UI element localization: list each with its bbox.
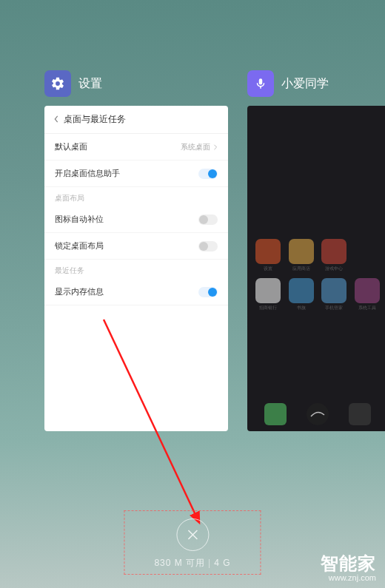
watermark-url: www.znj.com [321, 573, 376, 582]
assistant-orb-icon [307, 403, 329, 425]
row-label: 锁定桌面布局 [55, 240, 104, 251]
row-lock-layout[interactable]: 锁定桌面布局 [44, 233, 228, 260]
annotation-highlight-box: 830 M 可用|4 G [124, 510, 261, 575]
app-cell: 游戏中心 [321, 239, 348, 272]
close-icon [186, 528, 199, 541]
app-cell: 设置 [255, 239, 282, 272]
section-layout-label: 桌面布局 [44, 187, 228, 206]
row-label: 显示内存信息 [55, 286, 104, 297]
settings-preview[interactable]: 桌面与最近任务 默认桌面 系统桌面 开启桌面信息助手 桌面布局 图标自动补位 锁… [44, 106, 228, 431]
settings-page-title: 桌面与最近任务 [64, 113, 126, 126]
settings-page-header[interactable]: 桌面与最近任务 [44, 106, 228, 134]
row-default-desktop[interactable]: 默认桌面 系统桌面 [44, 134, 228, 160]
recent-card-settings[interactable]: 设置 桌面与最近任务 默认桌面 系统桌面 开启桌面信息助手 桌面布局 [44, 70, 228, 431]
recents-bottom-bar: 830 M 可用|4 G [124, 510, 261, 575]
phone-icon [264, 403, 287, 425]
memory-info: 830 M 可用|4 G [154, 557, 230, 570]
clear-all-button[interactable] [176, 518, 209, 551]
home-app-grid: 设置 应用商店 游戏中心 招商银行 书旗 手机管家 系统工具 [255, 239, 381, 311]
gear-icon [44, 70, 71, 97]
recent-apps-carousel: 设置 桌面与最近任务 默认桌面 系统桌面 开启桌面信息助手 桌面布局 [44, 70, 385, 431]
app-cell: 手机管家 [321, 278, 348, 311]
watermark-brand: 智能家 [321, 554, 376, 573]
row-desktop-assistant[interactable]: 开启桌面信息助手 [44, 160, 228, 187]
app-cell: 应用商店 [288, 239, 315, 272]
toggle-switch[interactable] [198, 241, 218, 251]
card-title: 设置 [78, 76, 102, 92]
toggle-switch[interactable] [198, 214, 218, 225]
row-icon-autofill[interactable]: 图标自动补位 [44, 206, 228, 233]
mic-icon [247, 70, 274, 97]
chevron-right-icon [213, 144, 218, 150]
memory-available: 830 M 可用 [154, 558, 205, 568]
toggle-switch[interactable] [198, 169, 218, 179]
app-cell: 书旗 [288, 278, 315, 311]
row-label: 开启桌面信息助手 [55, 168, 120, 179]
toggle-switch[interactable] [198, 287, 218, 297]
xiaoai-preview[interactable]: 设置 应用商店 游戏中心 招商银行 书旗 手机管家 系统工具 [247, 106, 385, 431]
card-header: 小爱同学 [247, 70, 385, 97]
row-show-memory[interactable]: 显示内存信息 [44, 279, 228, 305]
row-value: 系统桌面 [181, 142, 218, 152]
memory-total: 4 G [214, 558, 230, 568]
row-label: 图标自动补位 [55, 214, 104, 225]
browser-icon [349, 403, 371, 425]
app-cell: 招商银行 [255, 278, 282, 311]
card-header: 设置 [44, 70, 228, 97]
watermark: 智能家 www.znj.com [321, 554, 376, 582]
section-recent-label: 最近任务 [44, 260, 228, 279]
recent-card-xiaoai[interactable]: 小爱同学 设置 应用商店 游戏中心 招商银行 书旗 手机管家 系统工具 [247, 70, 385, 431]
row-label: 默认桌面 [55, 141, 87, 152]
app-cell: 系统工具 [354, 278, 381, 311]
card-title: 小爱同学 [281, 76, 329, 92]
chevron-left-icon[interactable] [53, 115, 59, 125]
home-dock [255, 403, 381, 425]
